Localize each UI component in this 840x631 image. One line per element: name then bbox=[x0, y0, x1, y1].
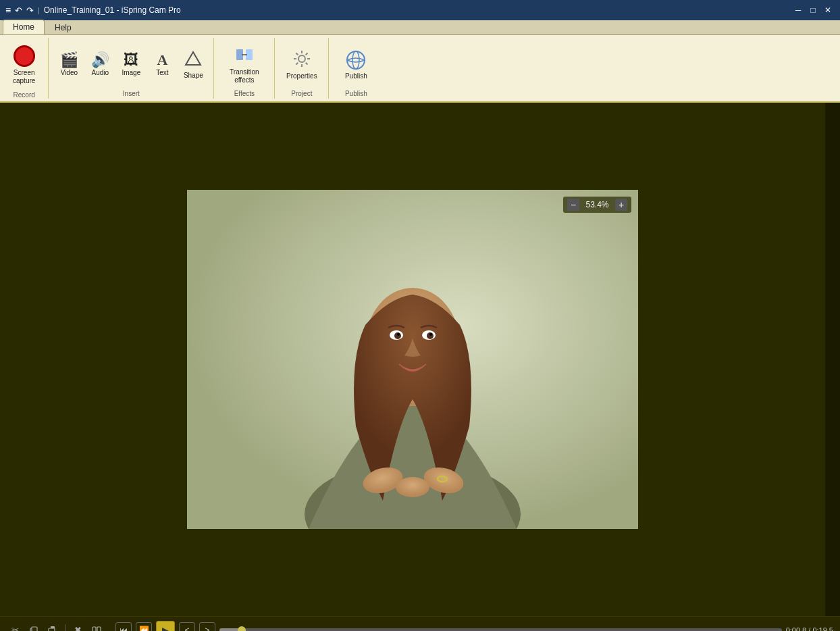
transition-icon bbox=[235, 45, 254, 67]
svg-rect-25 bbox=[97, 627, 101, 632]
publish-group-label: Publish bbox=[345, 89, 367, 99]
audio-icon: 🔊 bbox=[91, 53, 109, 68]
svg-point-14 bbox=[397, 333, 400, 336]
step-back-button[interactable]: ⏪ bbox=[136, 622, 152, 632]
audio-label: Audio bbox=[92, 69, 109, 77]
record-group-label: Record bbox=[14, 90, 35, 100]
time-display: 0:00.8 / 0:19.5 bbox=[786, 626, 833, 632]
ribbon-items-publish: Publish bbox=[336, 38, 376, 89]
minimize-button[interactable]: ─ bbox=[791, 3, 805, 17]
ribbon-group-effects: Transitioneffects Effects bbox=[214, 38, 275, 99]
edit-toolbar: ✂ ✖ bbox=[7, 622, 105, 632]
ribbon-group-project: Properties Project bbox=[275, 38, 329, 99]
tab-home[interactable]: Home bbox=[3, 20, 45, 34]
screen-capture-button[interactable]: Screencapture bbox=[5, 41, 43, 90]
ribbon-items-project: Properties bbox=[280, 38, 323, 89]
right-panel bbox=[825, 103, 840, 616]
ribbon-items-record: Screencapture bbox=[4, 38, 44, 90]
publish-icon bbox=[345, 49, 367, 71]
copy-button[interactable] bbox=[26, 622, 42, 632]
properties-icon bbox=[292, 49, 311, 71]
svg-marker-0 bbox=[186, 52, 201, 65]
main-area: − 53.4% + bbox=[0, 103, 840, 616]
zoom-level: 53.4% bbox=[582, 200, 612, 209]
undo-btn[interactable]: ↶ bbox=[15, 5, 22, 16]
shape-label: Shape bbox=[184, 72, 203, 80]
shape-button[interactable]: Shape bbox=[178, 47, 208, 83]
publish-label: Publish bbox=[345, 72, 367, 80]
shape-icon bbox=[184, 50, 202, 70]
title-bar-left: ≡ ↶ ↷ | Online_Training_01 - iSpring Cam… bbox=[5, 5, 181, 16]
canvas-area: − 53.4% + bbox=[0, 103, 825, 616]
text-icon: A bbox=[157, 53, 167, 68]
next-button[interactable]: > bbox=[199, 622, 215, 632]
redo-btn[interactable]: ↷ bbox=[26, 5, 34, 16]
window-title: Online_Training_01 - iSpring Cam Pro bbox=[44, 5, 181, 15]
image-icon: 🖼 bbox=[124, 53, 138, 68]
zoom-controls: − 53.4% + bbox=[563, 197, 631, 213]
timeline-thumb[interactable] bbox=[238, 626, 246, 632]
edit-separator bbox=[65, 624, 65, 632]
maximize-button[interactable]: □ bbox=[806, 3, 820, 17]
play-button[interactable]: ▶ bbox=[156, 621, 175, 632]
project-group-label: Project bbox=[291, 89, 312, 99]
timeline-scrubber[interactable] bbox=[219, 628, 782, 632]
text-button[interactable]: A Text bbox=[147, 49, 177, 80]
transition-label: Transitioneffects bbox=[230, 68, 259, 84]
svg-point-5 bbox=[352, 51, 359, 69]
image-label: Image bbox=[122, 69, 140, 77]
close-button[interactable]: ✕ bbox=[821, 3, 835, 17]
publish-button[interactable]: Publish bbox=[338, 46, 375, 84]
video-icon: 🎬 bbox=[60, 53, 78, 68]
video-button[interactable]: 🎬 Video bbox=[54, 49, 84, 80]
zoom-in-button[interactable]: + bbox=[615, 199, 627, 211]
audio-button[interactable]: 🔊 Audio bbox=[85, 49, 115, 80]
svg-rect-22 bbox=[49, 628, 55, 632]
tab-help[interactable]: Help bbox=[45, 20, 82, 34]
ribbon-items-insert: 🎬 Video 🔊 Audio 🖼 Image A Text bbox=[53, 38, 209, 89]
svg-point-3 bbox=[298, 55, 305, 62]
effects-group-label: Effects bbox=[234, 89, 255, 99]
text-label: Text bbox=[156, 69, 168, 77]
ribbon-group-publish: Publish Publish bbox=[329, 38, 383, 99]
transition-effects-button[interactable]: Transitioneffects bbox=[221, 42, 268, 88]
split-button[interactable] bbox=[88, 622, 105, 632]
transport-bar: ✂ ✖ ⏮ ⏪ ▶ < > 0:00.8 / 0:19.5 bbox=[0, 616, 840, 631]
screen-capture-label: Screencapture bbox=[13, 69, 35, 85]
image-button[interactable]: 🖼 Image bbox=[116, 49, 146, 80]
zoom-out-button[interactable]: − bbox=[567, 199, 579, 211]
menu-tabs: Home Help bbox=[0, 20, 840, 35]
prev-button[interactable]: < bbox=[179, 622, 195, 632]
video-preview: − 53.4% + bbox=[187, 190, 638, 529]
ribbon: Screencapture Record 🎬 Video 🔊 Audio 🖼 I… bbox=[0, 35, 840, 103]
preview-svg bbox=[187, 190, 638, 529]
properties-label: Properties bbox=[286, 72, 317, 80]
properties-button[interactable]: Properties bbox=[282, 46, 322, 84]
svg-point-18 bbox=[396, 477, 429, 497]
video-label: Video bbox=[61, 69, 78, 77]
title-bar: ≡ ↶ ↷ | Online_Training_01 - iSpring Cam… bbox=[0, 0, 840, 20]
ribbon-items-effects: Transitioneffects bbox=[219, 38, 269, 89]
cut-button[interactable]: ✂ bbox=[7, 622, 23, 632]
ribbon-group-record: Screencapture Record bbox=[0, 38, 49, 99]
go-start-button[interactable]: ⏮ bbox=[115, 622, 132, 632]
delete-button[interactable]: ✖ bbox=[70, 622, 86, 632]
window-controls: ─ □ ✕ bbox=[791, 3, 835, 17]
title-separator: | bbox=[38, 7, 40, 14]
ribbon-group-insert: 🎬 Video 🔊 Audio 🖼 Image A Text bbox=[49, 38, 214, 99]
svg-rect-24 bbox=[93, 627, 96, 632]
paste-button[interactable] bbox=[45, 622, 61, 632]
svg-rect-23 bbox=[51, 626, 55, 628]
insert-group-label: Insert bbox=[123, 89, 140, 99]
svg-point-15 bbox=[429, 333, 432, 336]
record-icon bbox=[14, 45, 35, 67]
svg-rect-21 bbox=[32, 627, 37, 632]
svg-point-4 bbox=[347, 51, 365, 69]
app-menu-icon[interactable]: ≡ bbox=[5, 5, 11, 16]
